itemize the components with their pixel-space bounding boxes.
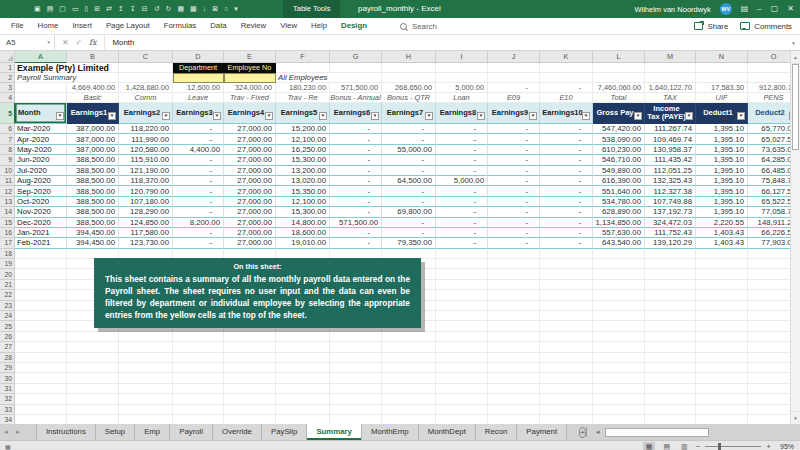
column-header-L[interactable]: L [593,51,645,63]
data-cell[interactable]: 107,749.88 [645,197,696,207]
filter-button[interactable]: ▼ [425,112,433,120]
cell[interactable] [436,394,488,404]
sheet-label-cell[interactable]: Payroll Summary [15,73,119,83]
scroll-down-icon[interactable]: ▼ [791,411,800,424]
data-cell[interactable]: 111,752.43 [645,228,696,238]
cell[interactable] [436,311,488,321]
data-cell[interactable]: 12,100.00 [276,197,330,207]
insert-function-icon[interactable]: fx [89,38,96,47]
formula-input[interactable]: Month [105,38,135,47]
data-cell[interactable]: 18,600.00 [276,228,330,238]
cell[interactable] [540,249,593,259]
cell[interactable] [540,63,593,73]
category-cell[interactable]: Basic [67,93,119,103]
cell[interactable] [276,63,330,73]
cell[interactable] [330,363,382,373]
department-filter-cell[interactable] [173,73,224,83]
cancel-icon[interactable]: ✕ [62,38,69,47]
info-text-box[interactable]: On this sheet: This sheet contains a sum… [94,258,421,328]
insert-icon[interactable]: ↓ [203,0,207,18]
cell[interactable] [593,353,645,363]
all-employees-cell[interactable]: All Employees [276,73,382,83]
ribbon-tab-review[interactable]: Review [234,18,274,34]
category-cell[interactable]: E09 [488,93,540,103]
data-cell[interactable]: - [382,155,436,165]
maximize-button[interactable]: ▢ [771,0,779,18]
data-cell[interactable]: - [382,186,436,196]
cell[interactable] [436,290,488,300]
data-cell[interactable]: - [330,155,382,165]
data-cell[interactable]: 111,435.42 [645,155,696,165]
category-cell[interactable]: TAX [645,93,696,103]
cell[interactable] [224,405,276,415]
data-cell[interactable]: - [436,228,488,238]
name-box-chevron-icon[interactable]: ▼ [47,40,51,45]
cell[interactable] [173,332,224,342]
cell[interactable] [593,415,645,424]
total-cell[interactable]: 571,500.00 [330,83,382,93]
data-cell[interactable]: 5,000.00 [436,176,488,186]
cell[interactable] [276,384,330,394]
cell[interactable] [645,405,696,415]
data-cell[interactable]: - [382,197,436,207]
data-cell[interactable]: - [488,218,540,228]
row-header-12[interactable]: 12 [0,186,15,196]
cell[interactable] [488,342,540,352]
data-cell[interactable]: 139,120.29 [645,238,696,248]
column-header-D[interactable]: D [173,51,224,63]
cell[interactable] [382,342,436,352]
cell[interactable] [224,332,276,342]
cell[interactable] [593,373,645,383]
cell[interactable] [67,405,119,415]
cell[interactable] [540,384,593,394]
filter-button[interactable]: ▼ [213,112,221,120]
data-cell[interactable]: - [173,238,224,248]
cell[interactable] [436,332,488,342]
data-cell[interactable]: 1,395.10 [696,145,748,155]
data-cell[interactable]: - [436,124,488,134]
row-header-11[interactable]: 11 [0,176,15,186]
cell[interactable] [67,363,119,373]
cell[interactable] [593,259,645,269]
filter-button[interactable]: ▼ [685,112,693,120]
download-icon[interactable]: ↧ [130,0,136,18]
total-cell[interactable]: 1,640,122.70 [645,83,696,93]
cell[interactable] [593,394,645,404]
column-header-A[interactable]: A [15,51,67,63]
data-cell[interactable]: 123,730.00 [119,238,173,248]
cell[interactable] [276,332,330,342]
share-button[interactable]: Share [694,22,728,31]
data-cell[interactable]: 115,910.00 [119,155,173,165]
tab-scroll-left-icon[interactable]: ◄ [0,429,12,435]
data-cell[interactable]: 551,640.00 [593,186,645,196]
row-header-27[interactable]: 27 [0,342,15,352]
column-header-H[interactable]: H [382,51,436,63]
data-cell[interactable]: - [382,166,436,176]
data-cell[interactable]: 2,220.55 [696,218,748,228]
tab-scroll-right-icon[interactable]: ► [12,429,24,435]
data-cell[interactable]: - [436,186,488,196]
cell[interactable] [330,373,382,383]
data-cell[interactable]: - [488,176,540,186]
cell[interactable] [645,63,696,73]
cell[interactable] [645,259,696,269]
cell[interactable] [330,353,382,363]
month-cell[interactable]: Jul-2020 [15,166,67,176]
cell[interactable] [645,290,696,300]
cell[interactable] [276,353,330,363]
cell[interactable] [488,311,540,321]
formula-bar-expand-icon[interactable]: ▼ [791,40,796,46]
data-cell[interactable]: - [488,155,540,165]
row-header-30[interactable]: 30 [0,373,15,383]
data-cell[interactable]: 13,200.00 [276,166,330,176]
month-cell[interactable]: Jan-2021 [15,228,67,238]
data-cell[interactable]: - [330,238,382,248]
data-cell[interactable]: 388,500.00 [67,176,119,186]
data-cell[interactable]: 16,250.00 [276,145,330,155]
data-cell[interactable]: 14,800.00 [276,218,330,228]
table-header-earnings9[interactable]: Earnings9▼ [488,103,540,124]
scrollbar-divider[interactable] [586,427,587,437]
row-header-7[interactable]: 7 [0,134,15,144]
row-header-13[interactable]: 13 [0,197,15,207]
paste-icon[interactable]: ⊞ [94,0,100,18]
